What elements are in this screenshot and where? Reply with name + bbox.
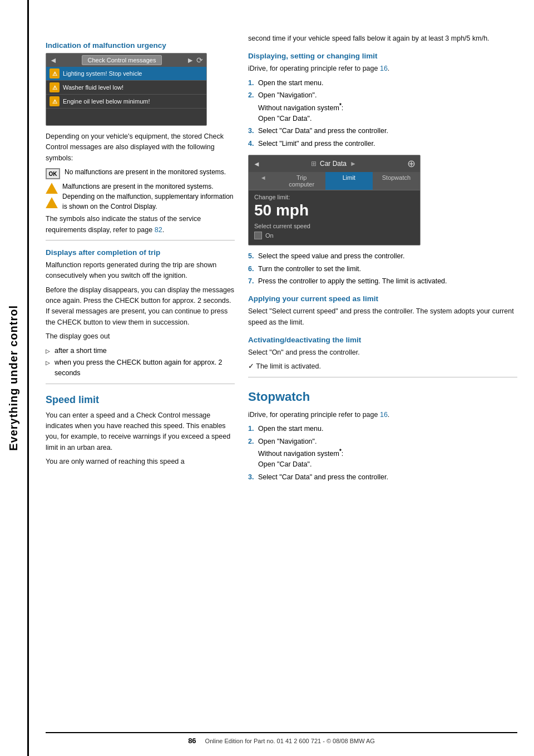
step-limit2-1: 5.Select the speed value and press the c…	[248, 251, 517, 262]
idrive-ref-text: iDrive, for operating principle refer to…	[248, 65, 378, 72]
cc-refresh-icon: ⟳	[196, 56, 203, 65]
ok-desc: No malfunctions are present in the monit…	[65, 167, 226, 177]
section7-idrive: iDrive, for operating principle refer to…	[248, 410, 517, 420]
sidebar-label: Everything under control	[7, 305, 20, 451]
symbol-triangle-row: Malfunctions are present in the monitore…	[46, 181, 235, 212]
left-column: Indication of malfunction urgency ◄ Chec…	[46, 33, 235, 721]
cc-fwd-arrow: ►	[186, 56, 194, 65]
section7-idrive-text: iDrive, for operating principle refer to…	[248, 411, 378, 419]
check-control-screenshot: ◄ Check Control messages ► ⟳ ⚠ Lighting …	[46, 53, 207, 126]
cc-empty	[46, 109, 206, 125]
para2-text: The symbols also indicate the status of …	[46, 215, 201, 233]
steps-stopwatch: 1.Open the start menu. 2.Open "Navigatio…	[248, 424, 517, 483]
triangle-symbols	[46, 183, 58, 208]
step-limit-3: 3.Select "Car Data" and press the contro…	[248, 126, 517, 136]
cd-checkbox-row: On	[254, 232, 414, 239]
step-limit-4: 4.Select "Limit" and press the controlle…	[248, 139, 517, 149]
cd-tab-limit[interactable]: Limit	[325, 172, 373, 190]
cd-header: ◄ ⊞ Car Data ► ⊕	[249, 155, 420, 172]
steps-limit2: 5.Select the speed value and press the c…	[248, 251, 517, 287]
cc-text-2: Washer fluid level low!	[63, 84, 123, 91]
cc-back-arrow: ◄	[50, 56, 57, 65]
bullet-2: when you press the CHECK button again fo…	[46, 357, 235, 379]
step-sw-3: 3.Select "Car Data" and press the contro…	[248, 472, 517, 483]
cc-icon-2: ⚠	[50, 82, 60, 92]
triangle-icon-1	[46, 183, 58, 194]
cc-text-3: Engine oil level below minimum!	[63, 98, 150, 105]
divider-3	[248, 377, 517, 377]
cd-speed-value: 50 mph	[254, 202, 414, 219]
cc-row-2: ⚠ Washer fluid level low!	[46, 81, 206, 95]
idrive-ref: iDrive, for operating principle refer to…	[248, 63, 517, 74]
symbol-ok-row: OK No malfunctions are present in the mo…	[46, 167, 235, 179]
cd-menu-icon: ⊕	[407, 158, 416, 170]
step-limit2-2: 6.Turn the controller to set the limit.	[248, 264, 517, 274]
idrive-ref-end: .	[388, 65, 389, 72]
cd-back-arrow: ◄	[253, 160, 260, 168]
display-goes-out: The display goes out	[46, 331, 235, 342]
section6-para2: ✓ The limit is activated.	[248, 361, 517, 372]
step-sw-2: 2.Open "Navigation".Without navigation s…	[248, 436, 517, 470]
divider-1	[46, 240, 235, 240]
section5-heading: Applying your current speed as limit	[248, 294, 517, 303]
right-para-top: second time if your vehicle speed falls …	[248, 33, 517, 44]
car-data-screenshot: ◄ ⊞ Car Data ► ⊕ ◄ Trip computer Limit S…	[248, 155, 421, 246]
main-content: Indication of malfunction urgency ◄ Chec…	[29, 0, 534, 756]
cd-grid-icon: ⊞	[311, 160, 317, 168]
page-ref-1[interactable]: 82	[155, 226, 162, 234]
cd-checkbox[interactable]	[254, 232, 262, 239]
cc-icon-3: ⚠	[50, 96, 60, 106]
divider-2	[46, 384, 235, 384]
section7-idrive-end: .	[388, 411, 389, 419]
ok-symbol: OK	[46, 168, 60, 179]
page-footer: 86 Online Edition for Part no. 01 41 2 6…	[46, 732, 517, 745]
cd-tab-trip[interactable]: Trip computer	[278, 172, 325, 190]
step-limit-2: 2.Open "Navigation".Without navigation s…	[248, 90, 517, 124]
page-number: 86	[188, 737, 196, 745]
cc-text-1: Lighting system! Stop vehicle	[63, 70, 142, 77]
triangle-desc: Malfunctions are present in the monitore…	[62, 181, 235, 212]
bullet-list: after a short time when you press the CH…	[46, 346, 235, 379]
right-column: second time if your vehicle speed falls …	[248, 33, 517, 721]
cd-checkbox-label: On	[265, 232, 274, 239]
steps-limit: 1.Open the start menu. 2.Open "Navigatio…	[248, 78, 517, 149]
page-ref-2[interactable]: 16	[380, 65, 388, 72]
cd-tab-stopwatch[interactable]: Stopwatch	[373, 172, 420, 190]
cd-body: Change limit: 50 mph Select current spee…	[249, 190, 420, 245]
footer-text: Online Edition for Part no. 01 41 2 600 …	[205, 738, 375, 744]
triangle-icon-2	[46, 197, 58, 208]
para2-end: .	[162, 226, 164, 234]
ok-box: OK	[46, 168, 60, 179]
cd-tab-back: ◄	[249, 172, 278, 190]
section7-heading: Stopwatch	[248, 390, 517, 404]
cd-tabs: ◄ Trip computer Limit Stopwatch	[249, 172, 420, 190]
section6-para1: Select "On" and press the controller.	[248, 347, 517, 358]
section6-heading: Activating/deactivating the limit	[248, 336, 517, 344]
section4-heading: Displaying, setting or changing limit	[248, 52, 517, 60]
cc-header-arrows: ► ⟳	[186, 56, 203, 65]
section2-para1: Malfunction reports generated during the…	[46, 260, 235, 282]
cd-title-text: Car Data	[320, 160, 347, 168]
cd-header-title: ⊞ Car Data ►	[311, 160, 357, 168]
section2-heading: Displays after completion of trip	[46, 248, 235, 257]
cc-header-btn: Check Control messages	[82, 55, 162, 65]
bullet-1: after a short time	[46, 346, 235, 356]
cc-row-3: ⚠ Engine oil level below minimum!	[46, 95, 206, 109]
section3-para1: You can enter a speed and a Check Contro…	[46, 410, 235, 454]
cd-select-current: Select current speed	[254, 223, 414, 229]
section7-page-ref[interactable]: 16	[380, 411, 388, 419]
step-sw-1: 1.Open the start menu.	[248, 424, 517, 434]
sidebar: Everything under control	[0, 0, 29, 756]
section2-para2: Before the display disappears, you can d…	[46, 285, 235, 328]
cd-change-limit-label: Change limit:	[254, 194, 414, 200]
section3-heading: Speed limit	[46, 394, 235, 406]
section1-heading: Indication of malfunction urgency	[46, 41, 235, 50]
cc-icon-1: ⚠	[50, 68, 60, 78]
cd-right-arrow: ►	[350, 160, 357, 168]
step-limit-1: 1.Open the start menu.	[248, 78, 517, 89]
para2: The symbols also indicate the status of …	[46, 214, 235, 235]
step-limit2-3: 7.Press the controller to apply the sett…	[248, 276, 517, 287]
cc-header: ◄ Check Control messages ► ⟳	[46, 53, 206, 67]
cc-row-1: ⚠ Lighting system! Stop vehicle	[46, 67, 206, 81]
section5-para: Select "Select current speed" and press …	[248, 306, 517, 328]
